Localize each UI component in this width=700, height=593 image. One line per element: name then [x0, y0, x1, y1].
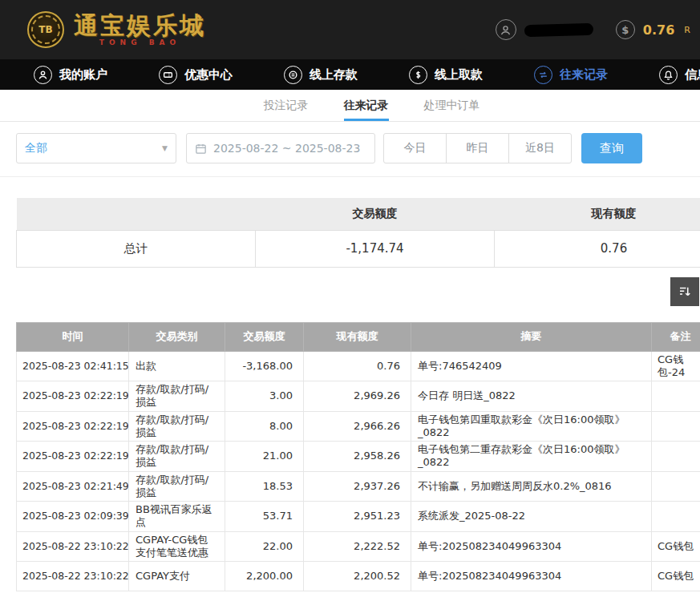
table-row: 2025-08-23 02:09:39BB视讯百家乐返点53.712,951.2… — [17, 502, 700, 532]
summary-header-empty — [17, 198, 256, 230]
cell-summary: 单号:202508234049963304 — [411, 562, 652, 591]
brand-logo[interactable]: TB 通宝娱乐城 TONG BAO — [27, 11, 206, 48]
chip-label: TB — [38, 24, 52, 35]
cell-balance: 2,969.26 — [304, 381, 411, 412]
date-range-picker[interactable]: 2025-08-22 ~ 2025-08-23 — [186, 133, 375, 163]
cell-type: CGPAY支付 — [129, 562, 225, 591]
redacted-username — [524, 22, 593, 36]
records-table: 时间 交易类别 交易额度 现有额度 摘要 备注 2025-08-23 02:41… — [16, 322, 700, 592]
calendar-icon — [195, 143, 207, 155]
cell-balance: 2,937.26 — [304, 471, 411, 502]
column-header-amount[interactable]: 交易额度 — [225, 322, 304, 351]
summary-table: 交易额度 现有额度 总计 -1,174.74 0.76 — [16, 198, 700, 268]
column-header-balance[interactable]: 现有额度 — [304, 322, 411, 351]
filter-bar: 全部 ▼ 2025-08-22 ~ 2025-08-23 今日 昨日 近8日 查… — [0, 122, 700, 177]
quick-filter-group: 今日 昨日 近8日 — [383, 133, 572, 163]
summary-total-balance: 0.76 — [495, 230, 700, 267]
cell-summary: 不计输赢，另加赠送周周反水0.2%_0816 — [411, 471, 652, 502]
cell-type: 存款/取款/打码/损益 — [129, 471, 225, 502]
cell-amount: 8.00 — [225, 411, 304, 442]
coin-icon — [284, 66, 302, 84]
search-button[interactable]: 查询 — [581, 133, 642, 163]
table-row: 2025-08-22 23:10:22CGPAY-CG钱包支付笔笔送优惠22.0… — [17, 531, 700, 562]
sort-descending-icon — [678, 284, 692, 299]
table-row: 2025-08-23 02:22:19存款/取款/打码/损益21.002,958… — [17, 442, 700, 472]
sort-button[interactable] — [670, 277, 699, 306]
cell-amount: 21.00 — [225, 442, 304, 472]
summary-total-row: 总计 -1,174.74 0.76 — [17, 230, 700, 267]
cell-amount: 2,200.00 — [225, 562, 304, 591]
balance-amount[interactable]: 0.76 — [643, 22, 674, 38]
cell-type: 存款/取款/打码/损益 — [129, 381, 225, 412]
cell-time: 2025-08-23 02:22:19 — [17, 381, 129, 412]
nav-label: 我的账户 — [59, 67, 107, 83]
cell-time: 2025-08-23 02:22:19 — [17, 442, 129, 472]
column-header-summary[interactable]: 摘要 — [411, 322, 652, 351]
brand-title: 通宝娱乐城 — [74, 13, 206, 38]
nav-item-transaction-records[interactable]: 往来记录 — [534, 66, 608, 84]
cell-balance: 0.76 — [304, 351, 411, 381]
nav-label: 往来记录 — [560, 67, 608, 83]
transfer-arrows-icon — [534, 66, 552, 84]
cell-remark — [652, 471, 700, 502]
table-row: 2025-08-23 02:41:15出款-3,168.000.76单号:746… — [17, 351, 700, 381]
top-bar: TB 通宝娱乐城 TONG BAO $ 0.76 R — [0, 0, 700, 59]
tab-transaction-records[interactable]: 往来记录 — [344, 90, 389, 121]
sub-tabs: 投注记录 往来记录 处理中订单 — [0, 90, 700, 122]
nav-item-online-deposit[interactable]: 线上存款 — [284, 66, 358, 84]
column-header-time[interactable]: 时间 — [17, 322, 129, 351]
main-nav: 我的账户 优惠中心 线上存款 线上取款 往来记录 信息公告 — [0, 59, 700, 90]
cell-remark — [652, 381, 700, 412]
summary-section: 交易额度 现有额度 总计 -1,174.74 0.76 — [16, 198, 700, 268]
nav-label: 线上取款 — [435, 67, 483, 83]
summary-total-label: 总计 — [17, 230, 256, 267]
nav-item-online-withdrawal[interactable]: 线上取款 — [409, 66, 483, 84]
cell-type: CGPAY-CG钱包支付笔笔送优惠 — [129, 531, 225, 562]
chevron-down-icon: ▼ — [162, 144, 168, 152]
nav-item-my-account[interactable]: 我的账户 — [34, 66, 107, 84]
nav-item-promotions[interactable]: 优惠中心 — [159, 66, 233, 84]
column-header-type[interactable]: 交易类别 — [129, 322, 225, 351]
nav-item-announcements[interactable]: 信息公告 — [659, 66, 700, 84]
cell-amount: 22.00 — [225, 531, 304, 562]
casino-chip-icon: TB — [27, 11, 64, 48]
user-icon — [34, 66, 52, 84]
table-toolbar — [0, 277, 699, 306]
tab-betting-records[interactable]: 投注记录 — [264, 90, 309, 121]
cell-summary: 电子钱包第二重存款彩金《次日16:00领取》_0822 — [411, 442, 652, 472]
column-header-remark[interactable]: 备注 — [652, 322, 700, 351]
cell-balance: 2,200.52 — [304, 562, 411, 591]
summary-header-balance: 现有额度 — [495, 198, 700, 230]
cell-remark — [652, 442, 700, 472]
summary-header-transaction: 交易额度 — [256, 198, 495, 230]
brand-text: 通宝娱乐城 TONG BAO — [74, 13, 206, 47]
cell-time: 2025-08-22 23:10:22 — [17, 562, 129, 591]
cell-remark — [652, 411, 700, 442]
cell-type: BB视讯百家乐返点 — [129, 502, 225, 532]
cell-time: 2025-08-23 02:41:15 — [17, 351, 129, 381]
cell-amount: 18.53 — [225, 471, 304, 502]
cell-time: 2025-08-22 23:10:22 — [17, 531, 129, 562]
quick-filter-yesterday[interactable]: 昨日 — [446, 133, 509, 163]
quick-filter-last8days[interactable]: 近8日 — [508, 133, 572, 163]
dollar-circle-icon[interactable]: $ — [616, 20, 635, 39]
account-area: $ 0.76 R — [496, 19, 692, 40]
tab-processing-orders[interactable]: 处理中订单 — [424, 90, 480, 121]
quick-filter-today[interactable]: 今日 — [383, 133, 447, 163]
cell-summary: 今日存 明日送_0822 — [411, 381, 652, 412]
brand-subtitle: TONG BAO — [99, 38, 180, 46]
cell-remark: CG钱包 — [652, 531, 700, 562]
tab-label: 往来记录 — [344, 99, 389, 113]
records-table-wrap: 时间 交易类别 交易额度 现有额度 摘要 备注 2025-08-23 02:41… — [16, 322, 700, 592]
user-icon[interactable] — [496, 19, 516, 40]
transaction-records-page: TB 通宝娱乐城 TONG BAO $ 0.76 R 我的账户 优惠中心 — [0, 0, 700, 593]
transaction-type-select[interactable]: 全部 ▼ — [16, 133, 176, 163]
cell-balance: 2,958.26 — [304, 442, 411, 472]
cell-remark — [652, 502, 700, 532]
cell-remark: CG钱包 — [652, 562, 700, 591]
table-row: 2025-08-23 02:22:19存款/取款/打码/损益8.002,966.… — [17, 411, 700, 442]
cell-summary: 单号:202508234049963304 — [411, 531, 652, 562]
nav-label: 信息公告 — [685, 67, 700, 83]
balance-currency: R — [684, 25, 690, 35]
table-header-row: 时间 交易类别 交易额度 现有额度 摘要 备注 — [17, 322, 700, 351]
